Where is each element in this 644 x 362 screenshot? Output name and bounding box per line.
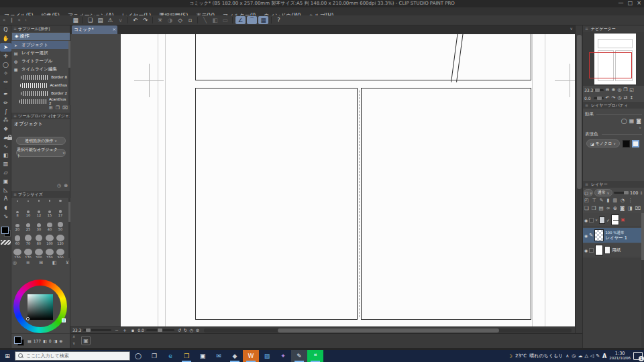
- file-explorer-icon[interactable]: ❒: [178, 350, 195, 362]
- rotate-left-icon[interactable]: ↺: [176, 328, 182, 333]
- swatch-icon[interactable]: ◧: [43, 339, 47, 343]
- rotate-left-icon[interactable]: ↶: [604, 95, 610, 101]
- reset-rotation-icon[interactable]: ◷: [616, 95, 623, 101]
- canvas-collapse-chevron-icon[interactable]: ∨: [570, 26, 573, 31]
- frame-tool-icon[interactable]: ▭: [220, 16, 230, 24]
- save-canvas-icon[interactable]: ⚠: [105, 16, 115, 24]
- redo-icon[interactable]: ↷: [140, 16, 150, 24]
- canvas-tab[interactable]: コミック* ×: [72, 25, 117, 34]
- transfer-layer-icon[interactable]: ∞: [606, 205, 610, 211]
- photos-icon[interactable]: ▨: [259, 350, 275, 362]
- orange-w-app-icon[interactable]: W: [243, 350, 259, 362]
- brush-size-cell[interactable]: 25: [23, 221, 34, 231]
- dock-up-icon[interactable]: ∧: [72, 334, 75, 339]
- mail-icon[interactable]: ✉: [211, 350, 227, 362]
- decoration-tool-icon[interactable]: ❖: [0, 125, 11, 133]
- delete-subtool-icon[interactable]: ⌧: [62, 105, 68, 111]
- ime-indicator[interactable]: A: [602, 353, 606, 359]
- new-layer-icon[interactable]: ❏: [584, 205, 589, 211]
- add-subtool-icon[interactable]: ⊞: [49, 105, 53, 111]
- new-vector-layer-icon[interactable]: ❐: [592, 205, 596, 211]
- selection-border-icon[interactable]: ▫: [185, 16, 195, 24]
- palette-icon[interactable]: ▤: [28, 339, 32, 343]
- rotate-right-icon[interactable]: ↷: [610, 95, 616, 101]
- rotate-right-icon[interactable]: ↻: [182, 328, 189, 333]
- hand-tool-icon[interactable]: ✋: [0, 34, 11, 43]
- clock[interactable]: 1:30 2021/10/06: [609, 351, 631, 361]
- separator[interactable]: [197, 17, 198, 23]
- layer-row-paper[interactable]: ◉ 用紙: [583, 243, 641, 257]
- opacity-stepper-icon[interactable]: ↕: [639, 190, 643, 195]
- brush-size-cell[interactable]: 4: [23, 198, 34, 202]
- navigator-zoom-slider[interactable]: [594, 89, 604, 91]
- draft-x-icon[interactable]: ✖: [621, 217, 625, 223]
- flow-line-tool-icon[interactable]: ⇘: [0, 212, 11, 221]
- brush-size-cell[interactable]: 300: [55, 249, 66, 258]
- brush-size-cell[interactable]: 6: [44, 198, 55, 202]
- layer-thumbnail[interactable]: [594, 229, 604, 241]
- zoom-in-icon[interactable]: ⊕: [610, 87, 616, 93]
- zoom-100-icon[interactable]: ◎: [616, 87, 623, 93]
- brush-size-cell[interactable]: 250: [44, 249, 55, 258]
- brush-size-panel-header[interactable]: ≡ブラシサイズ: [11, 191, 70, 198]
- straight-line-icon[interactable]: ╲: [200, 16, 210, 24]
- auto-select-tool-icon[interactable]: ✧: [0, 69, 11, 78]
- horizontal-scrollbar[interactable]: [204, 328, 572, 333]
- reset-view-icon[interactable]: ⊘: [195, 328, 201, 333]
- brush-size-cell[interactable]: 17: [55, 206, 66, 217]
- pen-settings-icon[interactable]: ✎: [596, 353, 600, 359]
- layer-checkbox[interactable]: [589, 218, 594, 223]
- operation-tool-icon[interactable]: ➤: [0, 43, 11, 52]
- lock-layer-icon[interactable]: ▮: [607, 198, 610, 203]
- layer-row-layer-1[interactable]: ◉ ✎ 100 %通常 レイヤー 1: [583, 228, 641, 243]
- volume-icon[interactable]: ◁: [590, 353, 594, 359]
- sparkle-app-icon[interactable]: ✦: [275, 350, 291, 362]
- line-app-icon[interactable]: ❝: [307, 350, 323, 362]
- zoom-slider-thumb[interactable]: [86, 328, 91, 332]
- mask-icon[interactable]: ▥: [612, 198, 617, 203]
- weather-desc[interactable]: 晴れのちくもり: [529, 353, 563, 359]
- palette-color-combo[interactable]: ▢∨: [584, 189, 593, 196]
- task-view-button[interactable]: ❐: [146, 350, 162, 362]
- zoom-in-button[interactable]: +: [121, 328, 127, 333]
- store-icon[interactable]: ▣: [195, 350, 211, 362]
- text-tool-icon[interactable]: A: [0, 194, 11, 203]
- edit-lock-icon[interactable]: ✎: [600, 198, 604, 203]
- brush-tool-icon[interactable]: ∫: [0, 107, 11, 116]
- lock-transparent-icon[interactable]: ◰: [584, 198, 589, 203]
- fit-window-icon[interactable]: ◱: [629, 87, 635, 93]
- gradient-tool-icon[interactable]: ▥: [0, 160, 11, 168]
- edit-color-icon[interactable]: ⊕: [59, 339, 62, 343]
- workspace-collapse-icons[interactable]: « ❙ « ‹: [3, 15, 28, 25]
- deselect-icon[interactable]: ☼: [155, 16, 165, 24]
- expression-color-dropdown[interactable]: ◪ モノクロ ∨: [586, 139, 620, 147]
- cortana-button[interactable]: ◯: [130, 350, 146, 362]
- airbrush-tool-icon[interactable]: ⁂: [0, 116, 11, 125]
- canvas-tab-close-icon[interactable]: ×: [113, 25, 116, 34]
- frame-border-tool-icon[interactable]: ▣: [0, 177, 11, 186]
- save-menu-chevron-icon[interactable]: ∨: [115, 16, 125, 24]
- fill-tool-icon[interactable]: ◧: [0, 151, 11, 160]
- brush-size-cell[interactable]: 100: [44, 235, 55, 245]
- subtool-group-tab[interactable]: ◈ 操作: [12, 33, 70, 40]
- subtool-item[interactable]: Border 8: [11, 73, 68, 81]
- layer-checkbox[interactable]: [589, 248, 594, 253]
- subtool-item[interactable]: Border 2: [11, 89, 68, 97]
- brush-size-cell[interactable]: 80: [34, 235, 44, 245]
- brush-size-cell[interactable]: 8: [12, 206, 23, 217]
- border-effect-icon[interactable]: ◯: [621, 118, 627, 124]
- swatch2-icon[interactable]: ◨: [54, 339, 58, 343]
- main-color-swatch[interactable]: [14, 337, 21, 344]
- more-icon[interactable]: ⋮: [628, 198, 633, 203]
- reset-rotation-icon[interactable]: ◷: [189, 328, 195, 333]
- tool-property-panel-header[interactable]: ≡ツールプロパティ[オブジェクト]: [11, 113, 70, 119]
- brush-size-cell[interactable]: 30: [34, 221, 44, 231]
- mono-white-swatch[interactable]: [632, 140, 639, 147]
- folder-expand-chevron-icon[interactable]: ∨: [595, 218, 598, 222]
- separator[interactable]: [152, 17, 153, 23]
- rotation-slider[interactable]: [146, 329, 174, 331]
- new-canvas-icon[interactable]: ❏: [85, 16, 95, 24]
- navigator-panel-header[interactable]: ≡ ナビゲーター: [583, 25, 644, 32]
- combine-layer-icon[interactable]: ⊕: [613, 205, 617, 211]
- brush-size-cell[interactable]: 60: [12, 235, 23, 245]
